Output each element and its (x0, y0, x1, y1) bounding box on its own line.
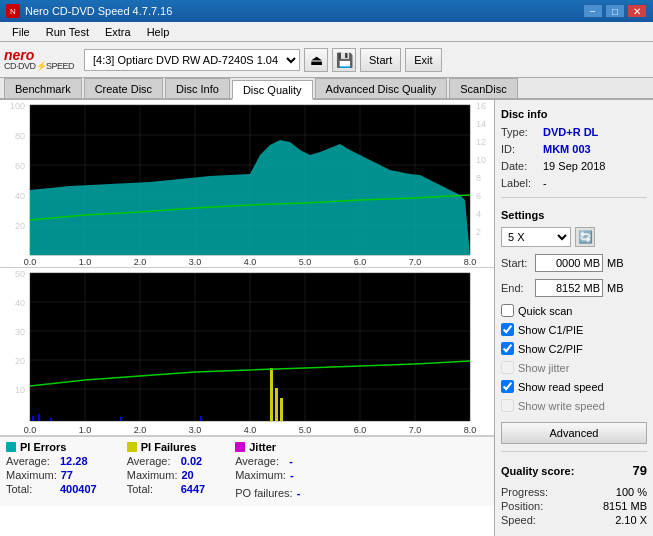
quick-scan-checkbox[interactable] (501, 304, 514, 317)
exit-button[interactable]: Exit (405, 48, 441, 72)
svg-text:20: 20 (15, 356, 25, 366)
position-label: Position: (501, 500, 543, 512)
quality-score-label: Quality score: (501, 465, 574, 477)
svg-rect-62 (280, 398, 283, 421)
legend-jitter: Jitter Average: - Maximum: - PO failures… (235, 441, 300, 502)
advanced-button[interactable]: Advanced (501, 422, 647, 444)
pi-failures-title: PI Failures (141, 441, 197, 453)
svg-text:60: 60 (15, 161, 25, 171)
jitter-color-dot (235, 442, 245, 452)
disc-date-value: 19 Sep 2018 (543, 160, 605, 172)
pi-errors-color-dot (6, 442, 16, 452)
svg-text:4: 4 (476, 209, 481, 219)
quality-score-value: 79 (633, 463, 647, 478)
divider-1 (501, 197, 647, 198)
tab-create-disc[interactable]: Create Disc (84, 78, 163, 98)
tab-scan-disc[interactable]: ScanDisc (449, 78, 517, 98)
svg-rect-56 (38, 414, 40, 421)
svg-text:30: 30 (15, 327, 25, 337)
show-jitter-label: Show jitter (518, 362, 569, 374)
svg-text:2.0: 2.0 (134, 257, 147, 267)
svg-text:3.0: 3.0 (189, 257, 202, 267)
sidebar: Disc info Type: DVD+R DL ID: MKM 003 Dat… (495, 100, 653, 536)
start-label: Start: (501, 257, 531, 269)
svg-text:6.0: 6.0 (354, 425, 367, 435)
svg-text:10: 10 (476, 155, 486, 165)
svg-text:10: 10 (15, 385, 25, 395)
menu-file[interactable]: File (4, 24, 38, 40)
main-content: 100 80 60 40 20 16 14 12 10 8 6 4 2 0.0 … (0, 100, 653, 536)
svg-text:6.0: 6.0 (354, 257, 367, 267)
svg-rect-58 (120, 417, 122, 421)
jitter-avg-value: - (289, 455, 293, 467)
tab-disc-info[interactable]: Disc Info (165, 78, 230, 98)
svg-text:1.0: 1.0 (79, 257, 92, 267)
svg-text:1.0: 1.0 (79, 425, 92, 435)
show-c1-pie-checkbox[interactable] (501, 323, 514, 336)
disc-date-label: Date: (501, 160, 539, 172)
jitter-max-value: - (290, 469, 294, 481)
po-failures-value: - (297, 487, 301, 499)
top-chart: 100 80 60 40 20 16 14 12 10 8 6 4 2 0.0 … (0, 100, 494, 268)
svg-text:7.0: 7.0 (409, 425, 422, 435)
svg-text:6: 6 (476, 191, 481, 201)
end-input[interactable] (535, 279, 603, 297)
disc-label-value: - (543, 177, 547, 189)
charts-area: 100 80 60 40 20 16 14 12 10 8 6 4 2 0.0 … (0, 100, 495, 536)
menu-help[interactable]: Help (139, 24, 178, 40)
pi-errors-total-label: Total: (6, 483, 56, 495)
show-c2-pif-checkbox[interactable] (501, 342, 514, 355)
legend-pi-errors: PI Errors Average: 12.28 Maximum: 77 Tot… (6, 441, 97, 502)
svg-text:0.0: 0.0 (24, 425, 37, 435)
nero-logo: nero CD·DVD⚡SPEED (4, 48, 74, 71)
settings-icon-button[interactable]: 🔄 (575, 227, 595, 247)
pi-errors-max-label: Maximum: (6, 469, 57, 481)
svg-text:0.0: 0.0 (24, 257, 37, 267)
progress-section: Progress: 100 % Position: 8151 MB Speed:… (501, 486, 647, 528)
po-failures-label: PO failures: (235, 487, 292, 499)
svg-text:8.0: 8.0 (464, 257, 477, 267)
show-jitter-checkbox (501, 361, 514, 374)
speed-select[interactable]: 5 X 1 X 2 X 4 X 8 X Max (501, 227, 571, 247)
svg-text:50: 50 (15, 269, 25, 279)
pi-failures-avg-label: Average: (127, 455, 177, 467)
svg-text:14: 14 (476, 119, 486, 129)
svg-text:5.0: 5.0 (299, 257, 312, 267)
toolbar: nero CD·DVD⚡SPEED [4:3] Optiarc DVD RW A… (0, 42, 653, 78)
disc-info-title: Disc info (501, 108, 647, 120)
pi-failures-color-dot (127, 442, 137, 452)
menu-run-test[interactable]: Run Test (38, 24, 97, 40)
tab-disc-quality[interactable]: Disc Quality (232, 80, 313, 100)
svg-text:7.0: 7.0 (409, 257, 422, 267)
disc-label-label: Label: (501, 177, 539, 189)
bottom-chart: 50 40 30 20 10 0.0 1.0 2.0 3.0 4.0 5.0 6… (0, 268, 494, 436)
pi-errors-avg-label: Average: (6, 455, 56, 467)
svg-rect-57 (50, 418, 52, 421)
show-write-speed-label: Show write speed (518, 400, 605, 412)
maximize-button[interactable]: □ (605, 4, 625, 18)
svg-text:5.0: 5.0 (299, 425, 312, 435)
start-input[interactable] (535, 254, 603, 272)
svg-text:100: 100 (10, 101, 25, 111)
drive-select[interactable]: [4:3] Optiarc DVD RW AD-7240S 1.04 (84, 49, 300, 71)
save-icon-button[interactable]: 💾 (332, 48, 356, 72)
settings-title: Settings (501, 209, 647, 221)
svg-rect-61 (275, 388, 278, 421)
svg-rect-55 (32, 416, 34, 421)
start-button[interactable]: Start (360, 48, 401, 72)
minimize-button[interactable]: − (583, 4, 603, 18)
tab-benchmark[interactable]: Benchmark (4, 78, 82, 98)
jitter-max-label: Maximum: (235, 469, 286, 481)
tab-advanced-disc-quality[interactable]: Advanced Disc Quality (315, 78, 448, 98)
close-button[interactable]: ✕ (627, 4, 647, 18)
svg-rect-59 (200, 416, 202, 421)
pi-errors-max-value: 77 (61, 469, 73, 481)
svg-text:16: 16 (476, 101, 486, 111)
menu-extra[interactable]: Extra (97, 24, 139, 40)
end-label: End: (501, 282, 531, 294)
disc-id-label: ID: (501, 143, 539, 155)
eject-icon-button[interactable]: ⏏ (304, 48, 328, 72)
pi-failures-max-label: Maximum: (127, 469, 178, 481)
svg-text:40: 40 (15, 298, 25, 308)
show-read-speed-checkbox[interactable] (501, 380, 514, 393)
